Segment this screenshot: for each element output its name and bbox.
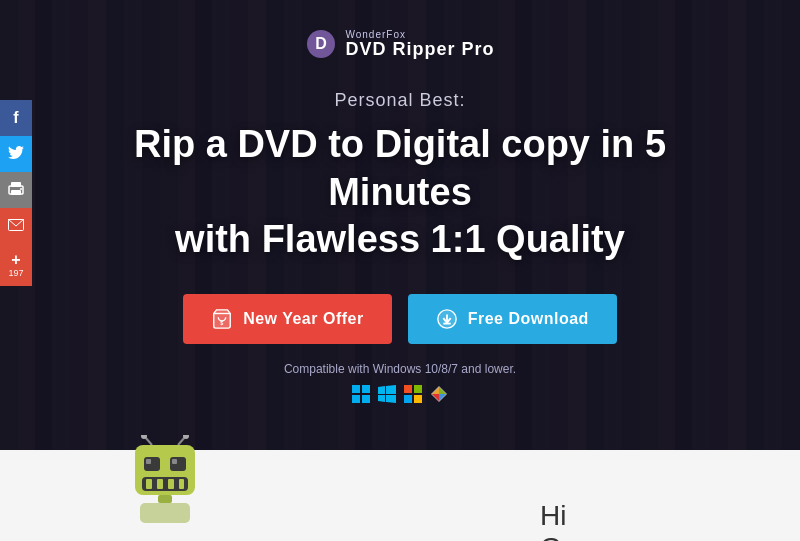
hero-headline: Rip a DVD to Digital copy in 5 Minutes w… (60, 121, 740, 264)
facebook-icon: f (13, 109, 18, 127)
email-button[interactable] (0, 208, 32, 244)
headline-line1: Rip a DVD to Digital copy in 5 Minutes (134, 123, 666, 213)
windowsxp-icon (429, 384, 449, 404)
facebook-button[interactable]: f (0, 100, 32, 136)
plus-icon: + (11, 252, 20, 268)
hero-content: Personal Best: Rip a DVD to Digital copy… (0, 90, 800, 404)
email-icon (8, 218, 24, 234)
svg-rect-15 (362, 395, 370, 403)
svg-marker-17 (386, 385, 396, 394)
svg-rect-21 (414, 385, 422, 393)
svg-marker-16 (378, 386, 385, 394)
svg-rect-36 (168, 479, 174, 489)
svg-marker-18 (378, 395, 385, 402)
personal-best-label: Personal Best: (334, 90, 465, 111)
free-download-button[interactable]: Free Download (408, 294, 617, 344)
free-download-label: Free Download (468, 310, 589, 328)
svg-rect-37 (179, 479, 184, 489)
svg-rect-34 (146, 479, 152, 489)
svg-rect-30 (170, 457, 186, 471)
new-year-offer-button[interactable]: $ New Year Offer (183, 294, 392, 344)
download-icon (436, 308, 458, 330)
logo-dvd-ripper: DVD Ripper Pro (345, 40, 494, 60)
compat-text: Compatible with Windows 10/8/7 and lower… (284, 362, 516, 376)
svg-rect-35 (157, 479, 163, 489)
new-year-button-label: New Year Offer (243, 310, 364, 328)
svg-rect-13 (362, 385, 370, 393)
logo-wonderfox: WonderFox (345, 29, 494, 40)
hero-section: f (0, 0, 800, 450)
svg-marker-19 (386, 395, 396, 403)
windows10-icon (351, 384, 371, 404)
svg-rect-2 (11, 190, 21, 195)
logo-text: WonderFox DVD Ripper Pro (345, 29, 494, 60)
twitter-button[interactable] (0, 136, 32, 172)
windows8-icon (377, 384, 397, 404)
svg-rect-22 (404, 395, 412, 403)
svg-line-24 (145, 437, 152, 445)
greeting-text: Hi Guys, (540, 500, 613, 541)
svg-rect-20 (404, 385, 412, 393)
print-button[interactable] (0, 172, 32, 208)
svg-rect-23 (414, 395, 422, 403)
svg-rect-31 (146, 459, 151, 464)
svg-rect-39 (140, 503, 190, 523)
svg-point-3 (20, 188, 22, 190)
svg-rect-12 (352, 385, 360, 393)
print-icon (8, 181, 24, 200)
svg-line-26 (178, 437, 185, 445)
twitter-icon (8, 146, 24, 163)
social-sidebar: f (0, 100, 32, 286)
bottom-section: Hi Guys, (0, 450, 800, 541)
headline-line2: with Flawless 1:1 Quality (175, 218, 625, 260)
logo-icon: D (305, 28, 337, 60)
plus-count: 197 (8, 269, 23, 278)
robot-svg (100, 435, 230, 541)
windows-color-icon (403, 384, 423, 404)
svg-rect-14 (352, 395, 360, 403)
svg-text:D: D (316, 35, 328, 52)
logo-area: D WonderFox DVD Ripper Pro (305, 28, 494, 60)
robot-character (100, 435, 240, 541)
svg-rect-38 (158, 495, 172, 503)
svg-rect-29 (144, 457, 160, 471)
cta-buttons: $ New Year Offer Free Download (183, 294, 617, 344)
plus-button[interactable]: + 197 (0, 244, 32, 286)
svg-rect-32 (172, 459, 177, 464)
os-icons (351, 384, 449, 404)
svg-text:$: $ (220, 320, 224, 326)
cart-icon: $ (211, 308, 233, 330)
